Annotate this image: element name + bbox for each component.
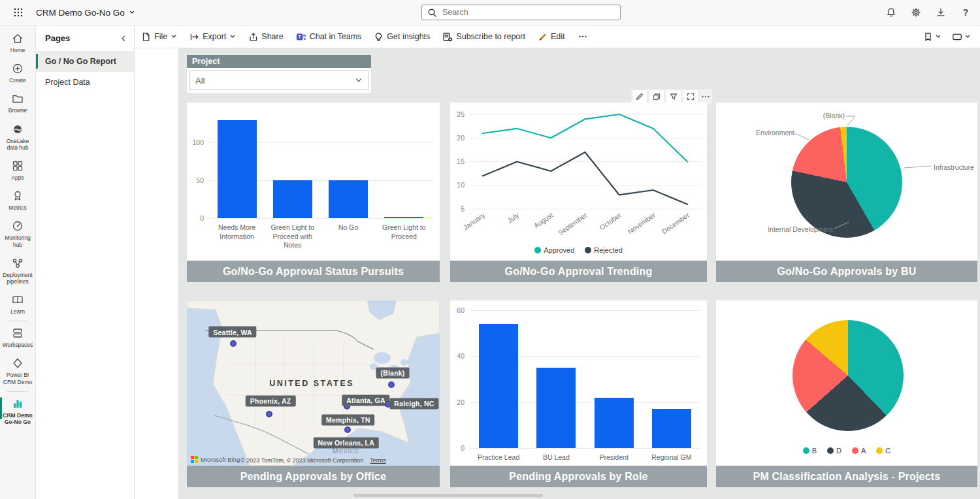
bar-chart-by-role[interactable]: 0204060Practice LeadBU LeadPresidentRegi…	[450, 300, 707, 466]
toolbar-view-button[interactable]	[952, 32, 971, 42]
horizontal-scrollbar[interactable]	[353, 494, 543, 497]
monitoring-icon	[11, 219, 24, 233]
map-pin	[344, 427, 351, 433]
toolbar-subscribe-to-report-button[interactable]: Subscribe to report	[442, 32, 525, 42]
y-axis-tick-label: 50	[187, 176, 204, 184]
topbar-right-icons: ?	[881, 0, 976, 25]
rail-item-monitoring[interactable]: Monitoring hub	[0, 216, 36, 252]
app-title[interactable]: CRM Demo Go-No Go	[36, 8, 135, 18]
bar-slot	[321, 112, 376, 218]
download-icon	[936, 7, 946, 18]
rail-item-workspaces[interactable]: Workspaces	[0, 323, 36, 353]
toolbar-edit-button[interactable]: Edit	[538, 32, 565, 42]
chevron-down-icon	[964, 33, 971, 40]
toolbar-more-options-button[interactable]	[578, 31, 588, 42]
pie-chart-pm-class[interactable]: BDAC	[716, 300, 977, 466]
svg-text:T: T	[298, 35, 301, 39]
x-axis-category-labels: Practice LeadBU LeadPresidentRegional GM	[470, 453, 700, 462]
page-item-project-data[interactable]: Project Data	[36, 72, 134, 93]
page-item-go-no-go-report[interactable]: Go / No Go Report	[36, 51, 134, 72]
bookmark-icon	[923, 32, 933, 42]
rail-item-metrics[interactable]: Metrics	[0, 185, 36, 216]
map-pin	[266, 411, 272, 417]
y-axis-tick-label: 20	[450, 398, 465, 406]
rail-item-browse[interactable]: Browse	[0, 88, 36, 118]
learn-icon	[11, 293, 24, 306]
toolbar-share-button[interactable]: Share	[248, 32, 283, 42]
bar-slot	[209, 112, 265, 218]
category-label: President	[585, 453, 643, 462]
toolbar-item-label: Get insights	[387, 32, 430, 41]
rail-item-apps[interactable]: Apps	[0, 155, 36, 185]
map-region-label: UNITED STATES	[269, 379, 354, 388]
visual-card-by-role: 0204060Practice LeadBU LeadPresidentRegi…	[450, 300, 707, 487]
bar	[384, 217, 423, 218]
toolbar-file-button[interactable]: File	[141, 32, 177, 42]
rail-item-onelake[interactable]: OneLake data hub	[0, 119, 36, 155]
apps-icon	[11, 159, 24, 172]
pie-chart-by-bu[interactable]: InfrastructureInternal DevelopmentEnviro…	[716, 103, 977, 261]
teams-icon: T	[296, 32, 306, 42]
svg-text:5: 5	[461, 205, 465, 213]
pie-slice-label: (Blank)	[823, 112, 845, 120]
toolbar-chat-in-teams-button[interactable]: TChat in Teams	[296, 32, 362, 42]
toolbar-item-label: Share	[261, 32, 283, 41]
line-chart-svg: 510152025JanuaryJulyAugustSeptemberOctob…	[450, 103, 707, 261]
line-chart-trending[interactable]: 510152025JanuaryJulyAugustSeptemberOctob…	[450, 103, 707, 261]
top-app-bar: CRM Demo Go-No Go ?	[0, 0, 980, 25]
collapse-pane-icon[interactable]	[120, 35, 127, 42]
pages-list: Go / No Go ReportProject Data	[36, 51, 134, 93]
toolbar-item-label: Subscribe to report	[456, 32, 525, 41]
svg-text:September: September	[557, 211, 589, 237]
rail-item-label: Home	[10, 47, 25, 54]
project-slicer-dropdown[interactable]: All	[189, 71, 368, 90]
slicer-header: Project	[187, 55, 371, 68]
visual-hover-filter-button[interactable]	[666, 89, 681, 104]
rail-item-powerbi-crm-demo[interactable]: Power BI CRM Demo	[0, 353, 36, 389]
bar-chart-approval-status[interactable]: 050100Needs More InformationGreen Light …	[187, 103, 440, 261]
help-icon: ?	[963, 7, 969, 18]
map-terms-link[interactable]: Terms	[370, 457, 386, 464]
pages-panel: Pages Go / No Go ReportProject Data	[36, 25, 135, 499]
search-icon	[427, 8, 437, 18]
visual-title-by-role: Pending Approvals by Role	[450, 466, 707, 487]
map-attribution: © 2023 TomTom, © 2023 Microsoft Corporat…	[240, 457, 386, 464]
map-copyright: © 2023 TomTom, © 2023 Microsoft Corporat…	[240, 457, 363, 464]
visual-hover-more-button[interactable]	[700, 91, 711, 102]
toolbar-right-group	[923, 32, 971, 42]
category-label: Practice Lead	[470, 453, 527, 462]
map-by-office[interactable]: UNITED STATESMexicoSeattle, WA(Blank)Pho…	[187, 300, 440, 466]
toolbar-bookmarks-button[interactable]	[923, 32, 941, 42]
rail-item-label: Create	[9, 77, 26, 84]
bar-slot	[265, 112, 320, 218]
y-axis-tick-label: 0	[450, 444, 465, 452]
visual-hover-focus-button[interactable]	[683, 89, 698, 104]
pages-panel-title: Pages	[45, 33, 70, 43]
rail-item-pipelines[interactable]: Deployment pipelines	[0, 253, 36, 289]
visual-hover-pencil-outline-button[interactable]	[632, 89, 647, 104]
rail-item-crm-demo-go-no-go[interactable]: CRM Demo Go-No Go	[0, 393, 36, 430]
settings-button[interactable]	[906, 2, 926, 23]
category-label: Green Light to Proceed with Notes	[265, 223, 320, 250]
download-button[interactable]	[930, 2, 951, 23]
waffle-menu-button[interactable]	[0, 0, 36, 25]
category-label: Regional GM	[643, 453, 700, 462]
rail-item-home[interactable]: Home	[0, 28, 36, 58]
bar-series	[209, 112, 432, 218]
help-button[interactable]: ?	[955, 2, 976, 23]
svg-text:July: July	[506, 210, 521, 224]
y-axis-tick-label: 40	[450, 352, 465, 360]
view-icon	[952, 32, 962, 42]
notifications-button[interactable]	[881, 2, 902, 23]
rail-item-create[interactable]: Create	[0, 58, 36, 88]
search-input[interactable]	[441, 7, 615, 18]
toolbar-get-insights-button[interactable]: Get insights	[374, 32, 430, 42]
bar-slot	[643, 310, 700, 448]
visual-hover-copy-button[interactable]	[649, 89, 664, 104]
map-pin	[230, 340, 237, 347]
rail-item-learn[interactable]: Learn	[0, 289, 36, 319]
bar	[273, 180, 312, 218]
x-axis-category-labels: Needs More InformationGreen Light to Pro…	[209, 223, 432, 250]
share-icon	[248, 32, 258, 42]
toolbar-export-button[interactable]: Export	[189, 32, 236, 42]
